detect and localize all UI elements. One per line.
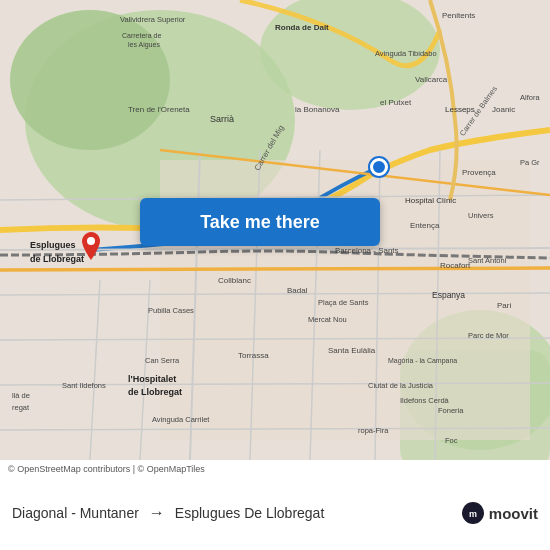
svg-text:les Aigues: les Aigues [128,41,160,49]
svg-text:Provença: Provença [462,168,496,177]
svg-text:Pari: Pari [497,301,511,310]
svg-text:Magòria - la Campana: Magòria - la Campana [388,357,457,365]
map-view: Vallvidrera Superior Carretera de les Ai… [0,0,550,460]
svg-text:Univers: Univers [468,211,494,220]
svg-text:Collblanc: Collblanc [218,276,251,285]
svg-text:Tren de l'Oreneta: Tren de l'Oreneta [128,105,190,114]
svg-text:Rocafort: Rocafort [440,261,471,270]
svg-text:Badal: Badal [287,286,308,295]
destination-pin [80,232,102,260]
svg-text:Avinguda Carrilet: Avinguda Carrilet [152,415,210,424]
svg-text:la Bonanova: la Bonanova [295,105,340,114]
svg-text:m: m [469,509,477,519]
moovit-text: moovit [489,505,538,522]
svg-text:Foneria: Foneria [438,406,464,415]
svg-text:Sant Ildefons: Sant Ildefons [62,381,106,390]
moovit-logo: m moovit [461,501,538,525]
moovit-icon: m [461,501,485,525]
svg-text:Pubilla Cases: Pubilla Cases [148,306,194,315]
svg-text:Sarrià: Sarrià [210,114,234,124]
svg-text:ropa-Fira: ropa-Fira [358,426,389,435]
svg-text:Torrassa: Torrassa [238,351,269,360]
route-info: Diagonal - Muntaner → Esplugues De Llobr… [0,476,550,550]
svg-text:el Putxet: el Putxet [380,98,412,107]
route-destination: Esplugues De Llobregat [175,505,324,521]
svg-text:Sant Antoni: Sant Antoni [468,256,507,265]
svg-point-72 [87,237,95,245]
origin-dot [370,158,388,176]
svg-text:Can Serra: Can Serra [145,356,180,365]
route-origin: Diagonal - Muntaner [12,505,139,521]
svg-text:Joanic: Joanic [492,105,515,114]
svg-text:regat: regat [12,403,30,412]
svg-text:Avinguda Tibidabo: Avinguda Tibidabo [375,49,437,58]
bottom-bar: © OpenStreetMap contributors | © OpenMap… [0,460,550,550]
svg-text:l'Hospitalet: l'Hospitalet [128,374,176,384]
svg-text:Ronda de Dalt: Ronda de Dalt [275,23,329,32]
svg-point-2 [10,10,170,150]
svg-text:llà de: llà de [12,391,30,400]
svg-text:Carretera de: Carretera de [122,32,161,39]
map-attribution: © OpenStreetMap contributors | © OpenMap… [0,460,550,476]
svg-text:Parc de Mor: Parc de Mor [468,331,509,340]
take-me-there-button[interactable]: Take me there [140,198,380,246]
svg-text:Ildefons Cerdà: Ildefons Cerdà [400,396,450,405]
route-arrow: → [149,504,165,522]
svg-text:Vallvidrera Superior: Vallvidrera Superior [120,15,186,24]
svg-text:Barcelona - Sants: Barcelona - Sants [335,246,399,255]
svg-text:Lesseps: Lesseps [445,105,475,114]
svg-text:Ciutat de la Justicia: Ciutat de la Justicia [368,381,434,390]
svg-text:Foc: Foc [445,436,458,445]
svg-text:de Llobregat: de Llobregat [128,387,182,397]
svg-text:Esplugues: Esplugues [30,240,76,250]
svg-text:Pa Gr: Pa Gr [520,158,540,167]
svg-text:Alfora: Alfora [520,93,540,102]
svg-text:Mercat Nou: Mercat Nou [308,315,347,324]
svg-text:de Llobregat: de Llobregat [30,254,84,264]
svg-text:Vallcarca: Vallcarca [415,75,448,84]
svg-text:Entença: Entença [410,221,440,230]
svg-text:Espanya: Espanya [432,290,465,300]
svg-text:Plaça de Sants: Plaça de Sants [318,298,369,307]
svg-text:Penitents: Penitents [442,11,475,20]
svg-text:Santa Eulàlia: Santa Eulàlia [328,346,376,355]
svg-text:Hospital Clínic: Hospital Clínic [405,196,456,205]
